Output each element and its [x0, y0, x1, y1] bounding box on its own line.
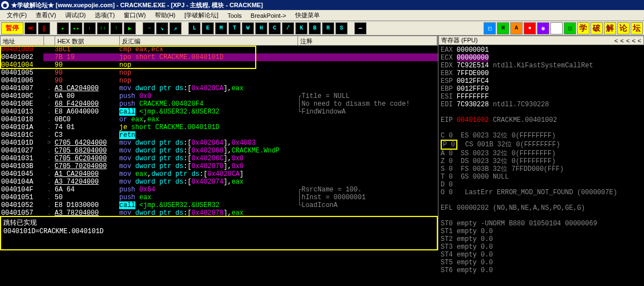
fpu-line: ST4 empty 0.0: [441, 251, 642, 259]
reg-next-icon[interactable]: <: [620, 37, 623, 44]
menu-item[interactable]: 快捷菜单: [291, 10, 324, 21]
step-over-button[interactable]: ▸▸: [70, 22, 82, 34]
register-esp[interactable]: ESP 0012FFC4: [441, 77, 642, 85]
trace-into-button[interactable]: ↘: [156, 22, 168, 34]
window-t-button[interactable]: T: [228, 22, 241, 34]
registers-pane[interactable]: EAX 00000001ECX 00000000EDX 7C92E514 ntd…: [438, 45, 644, 275]
disasm-row[interactable]: 00401031.C705 6C204000mov dword ptr ds:[…: [0, 155, 438, 162]
cn-button[interactable]: 破: [591, 22, 603, 34]
menu-item[interactable]: 窗口(W): [119, 10, 150, 21]
disasm-row[interactable]: 0040100C.6A 00push 0x0┌Title = NULL: [0, 92, 438, 100]
disasm-row[interactable]: 00401057.A3 78204000mov dword ptr ds:[0x…: [0, 209, 438, 216]
disasm-row[interactable]: 00401027.C705 68204000mov dword ptr ds:[…: [0, 147, 438, 155]
disasm-row[interactable]: 00401018.0BC0or eax,eax: [0, 116, 438, 124]
disasm-row[interactable]: 00401013.E8 A6040000call <jmp.&USER32.&U…: [0, 108, 438, 116]
plugin-7-button[interactable]: ◫: [564, 22, 576, 34]
disasm-row[interactable]: 004010003BC1cmp eax,ecx: [0, 46, 438, 53]
window-e-button[interactable]: E: [202, 22, 214, 34]
disasm-row[interactable]: 00401051.50push eax│hInst = 00000001: [0, 194, 438, 201]
window-w-button[interactable]: W: [242, 22, 254, 34]
register-ebp[interactable]: EBP 0012FFF0: [441, 85, 642, 93]
disasm-row[interactable]: 0040104A.A3 74204000mov dword ptr ds:[0x…: [0, 178, 438, 186]
menu-item[interactable]: Tools: [223, 11, 246, 20]
disassembly-pane[interactable]: 地址 HEX 数据 反汇编 注释 004010003BC1cmp eax,ecx…: [0, 36, 438, 216]
flag-a[interactable]: A 0 SS 0023 32位 0(FFFFFFFF): [441, 150, 642, 157]
fpu-line: ST1 empty 0.0: [441, 228, 642, 235]
window-c-button[interactable]: C: [269, 22, 281, 34]
run-button[interactable]: ▶: [124, 22, 136, 34]
step-into-button[interactable]: ▸: [57, 22, 69, 34]
register-eip[interactable]: EIP 00401002 CRACKME.00401002: [441, 116, 642, 124]
disasm-row[interactable]: 0040101C.C3retn: [0, 131, 438, 139]
disasm-row[interactable]: 0040101A.74 01je short CRACKME.0040101D: [0, 124, 438, 131]
window-s-button[interactable]: S: [335, 22, 348, 34]
app-icon: ⏺: [1, 1, 9, 9]
window-r-button[interactable]: R: [322, 22, 334, 34]
reg-next2-icon[interactable]: <: [626, 37, 630, 44]
disasm-row[interactable]: 0040100590nop: [0, 69, 438, 77]
flag-p[interactable]: P 0 CS 001B 32位 0(FFFFFFFF): [441, 140, 642, 150]
register-ecx[interactable]: ECX 00000000: [441, 54, 642, 62]
reg-next3-icon[interactable]: <: [632, 37, 635, 44]
plugin-5-button[interactable]: ◉: [537, 22, 549, 34]
disasm-row[interactable]: 0040100490nop: [0, 61, 438, 69]
plugin-2-button[interactable]: H: [497, 22, 509, 34]
efl-line: EFL 00000202 (NO,NB,NE,A,NS,PO,GE,G): [441, 204, 642, 212]
disasm-row[interactable]: 0040100E.68 F4204000push CRACKME.004020F…: [0, 100, 438, 108]
window-k-button[interactable]: K: [295, 22, 308, 34]
plugin-1-button[interactable]: ◰: [484, 22, 496, 34]
menu-item[interactable]: 查看(V): [31, 10, 61, 21]
disasm-row[interactable]: 0040101D>C705 64204000mov dword ptr ds:[…: [0, 139, 438, 147]
cn-button[interactable]: 论: [617, 22, 630, 34]
flag-c[interactable]: C 0 ES 0023 32位 0(FFFFFFFF): [441, 132, 642, 140]
window-b-button[interactable]: B: [309, 22, 321, 34]
col-disasm: 反汇编: [120, 36, 298, 45]
toggle-button[interactable]: ⋯: [354, 22, 367, 34]
reg-prev-icon[interactable]: <: [614, 37, 618, 44]
stop-button[interactable]: ‖: [38, 22, 50, 34]
menu-item[interactable]: 帮助(H): [150, 10, 180, 21]
disasm-row[interactable]: 00401045.A1 CA204000mov eax,dword ptr ds…: [0, 170, 438, 178]
register-edx[interactable]: EDX 7C92E514 ntdll.KiFastSystemCallRet: [441, 62, 642, 70]
disasm-row[interactable]: 0040104F.6A 64push 0x64┌RsrcName = 100.: [0, 186, 438, 194]
disasm-row[interactable]: 00401052.E8 D1030000call <jmp.&USER32.&U…: [0, 201, 438, 209]
flag-z[interactable]: Z 0 DS 0023 32位 0(FFFFFFFF): [441, 157, 642, 165]
menu-item[interactable]: BreakPoint->: [246, 11, 291, 20]
disasm-row[interactable]: 0040100690nop: [0, 77, 438, 85]
window-l-button[interactable]: L: [188, 22, 201, 34]
register-edi[interactable]: EDI 7C930228 ntdll.7C930228: [441, 101, 642, 109]
plugin-3-button[interactable]: A: [510, 22, 523, 34]
disasm-row[interactable]: 00401007.A3 CA204000mov dword ptr ds:[0x…: [0, 85, 438, 92]
animate-into-button[interactable]: ↓: [84, 22, 96, 34]
menu-item[interactable]: 文件(F): [2, 10, 31, 21]
menu-item[interactable]: 选项(T): [90, 10, 119, 21]
flag-o[interactable]: O 0 LastErr ERROR_MOD_NOT_FOUND (0000007…: [441, 189, 642, 196]
trace-over-button[interactable]: ↗: [169, 22, 182, 34]
cn-button[interactable]: 解: [604, 22, 616, 34]
cn-button[interactable]: 坛: [631, 22, 643, 34]
plugin-6-button[interactable]: ⊞: [550, 22, 563, 34]
animate-over-button[interactable]: ↓↓: [97, 22, 109, 34]
menu-item[interactable]: [学破解论坛]: [180, 10, 223, 21]
plugin-4-button[interactable]: ●: [524, 22, 536, 34]
flag-s[interactable]: S 0 FS 003B 32位 7FFDD000(FFF): [441, 165, 642, 173]
execute-till-return-button[interactable]: ↑: [110, 22, 123, 34]
register-eax[interactable]: EAX 00000001: [441, 46, 642, 54]
flag-d[interactable]: D 0: [441, 181, 642, 189]
disasm-row[interactable]: 0040103B.C705 70204000mov dword ptr ds:[…: [0, 162, 438, 170]
register-ebx[interactable]: EBX 7FFDE000: [441, 70, 642, 77]
register-esi[interactable]: ESI FFFFFFFF: [441, 93, 642, 101]
pause-button[interactable]: 暂停: [1, 22, 23, 34]
restart-button[interactable]: ≪: [25, 22, 37, 34]
menu-item[interactable]: 调试(D): [61, 10, 90, 21]
window-h-button[interactable]: H: [255, 22, 267, 34]
flag-t[interactable]: T 0 GS 0000 NULL: [441, 173, 642, 181]
window-/-button[interactable]: /: [282, 22, 294, 34]
window-m-button[interactable]: M: [215, 22, 227, 34]
reg-next4-icon[interactable]: <: [638, 37, 641, 44]
disasm-row[interactable]: 004010027B 19jpo short CRACKME.0040101D: [0, 53, 438, 61]
goto-button[interactable]: →: [143, 22, 155, 34]
title-bar: ⏺ ★学破解论坛★ [www.xuepojie.com] - CRACKME.E…: [0, 0, 644, 10]
cn-button[interactable]: 学: [577, 22, 589, 34]
disasm-header: 地址 HEX 数据 反汇编 注释: [0, 36, 438, 46]
